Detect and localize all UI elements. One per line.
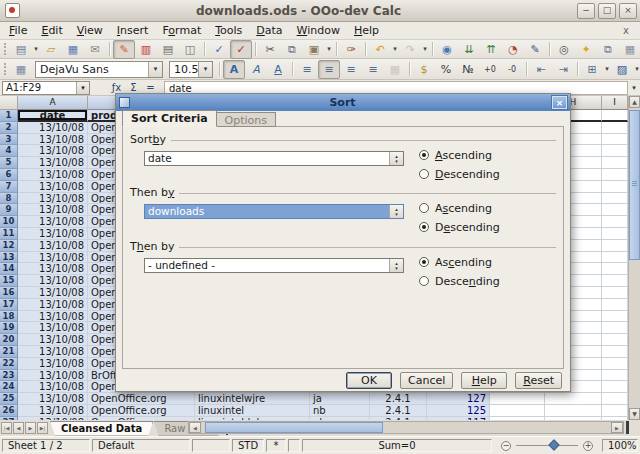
row-header-8[interactable]: 8 <box>0 193 18 205</box>
cell-a4[interactable]: 13/10/08 <box>18 145 88 157</box>
sort-by-descending-radio[interactable] <box>419 169 429 179</box>
cell-i24[interactable] <box>602 381 628 393</box>
close-document-button[interactable]: x <box>614 25 638 36</box>
row-header-6[interactable]: 6 <box>0 169 18 181</box>
cell-i13[interactable] <box>602 252 628 264</box>
row-header-12[interactable]: 12 <box>0 240 18 252</box>
cell-f25[interactable]: 127 <box>427 393 490 405</box>
format-paintbrush-button[interactable]: ✑ <box>340 40 362 59</box>
row-header-13[interactable]: 13 <box>0 252 18 264</box>
cell-i8[interactable] <box>602 193 628 205</box>
cell-i2[interactable] <box>602 122 628 134</box>
row-header-21[interactable]: 21 <box>0 346 18 358</box>
find-replace-button[interactable]: ◎ <box>553 40 575 59</box>
cell-a23[interactable]: 13/10/08 <box>18 370 88 382</box>
cell-i16[interactable] <box>602 287 628 299</box>
cell-i14[interactable] <box>602 263 628 275</box>
sort-by-spinner-icon[interactable]: ▴▾ <box>389 152 403 165</box>
row-header-20[interactable]: 20 <box>0 334 18 346</box>
cell-a15[interactable]: 13/10/08 <box>18 275 88 287</box>
styles-and-formatting-button[interactable]: ⧉ <box>597 40 619 59</box>
name-box-dropdown[interactable]: ▾ <box>76 82 89 94</box>
add-decimal-button[interactable]: +0 <box>479 60 501 79</box>
menu-view[interactable]: View <box>70 23 110 38</box>
cell-f26[interactable]: 125 <box>427 405 490 417</box>
cell-b26[interactable]: OpenOffice.org <box>88 405 195 417</box>
print-button[interactable]: ▤ <box>157 40 179 59</box>
scroll-up-icon[interactable]: ▲ <box>629 96 640 108</box>
font-name-value[interactable]: DejaVu Sans <box>36 63 148 76</box>
then-by-2-spinner-icon[interactable]: ▴▾ <box>389 259 403 272</box>
sum-icon[interactable]: Σ <box>125 82 142 93</box>
cell-a21[interactable]: 13/10/08 <box>18 346 88 358</box>
font-size-value[interactable]: 10.5 <box>170 63 198 76</box>
cell-i21[interactable] <box>602 346 628 358</box>
cell-c26[interactable]: linuxintel <box>195 405 310 417</box>
ok-button[interactable]: OK <box>346 372 392 389</box>
row-header-4[interactable]: 4 <box>0 145 18 157</box>
decrease-indent-button[interactable]: ⇤ <box>530 60 552 79</box>
cell-a11[interactable]: 13/10/08 <box>18 228 88 240</box>
redo-dropdown-icon[interactable]: ▾ <box>421 45 429 53</box>
scroll-left-icon[interactable]: ◀ <box>189 422 201 433</box>
cell-i18[interactable] <box>602 311 628 323</box>
align-center-button[interactable]: ≡ <box>318 60 340 79</box>
menu-insert[interactable]: Insert <box>110 23 156 38</box>
styles-window-button[interactable]: ▦ <box>10 60 32 79</box>
row-header-5[interactable]: 5 <box>0 157 18 169</box>
next-sheet-button[interactable]: ▶ <box>25 422 36 434</box>
row-header-17[interactable]: 17 <box>0 299 18 311</box>
delete-decimal-button[interactable]: -0 <box>501 60 523 79</box>
cell-h25[interactable] <box>545 393 602 405</box>
minimize-button[interactable]: − <box>577 3 595 19</box>
cell-i3[interactable] <box>602 134 628 146</box>
cell-a25[interactable]: 13/10/08 <box>18 393 88 405</box>
menu-help[interactable]: Help <box>347 23 386 38</box>
row-header-3[interactable]: 3 <box>0 134 18 146</box>
zoom-in-icon[interactable]: + <box>583 441 593 451</box>
then-by-1-value[interactable]: downloads <box>145 205 389 218</box>
cell-i10[interactable] <box>602 216 628 228</box>
edit-file-button[interactable]: ✎ <box>113 40 135 59</box>
menu-window[interactable]: Window <box>290 23 347 38</box>
percent-button[interactable]: % <box>435 60 457 79</box>
cell-a7[interactable]: 13/10/08 <box>18 181 88 193</box>
row-header-23[interactable]: 23 <box>0 370 18 382</box>
cell-a24[interactable]: 13/10/08 <box>18 381 88 393</box>
previous-sheet-button[interactable]: ◀ <box>13 422 24 434</box>
menu-file[interactable]: File <box>2 23 34 38</box>
cell-a16[interactable]: 13/10/08 <box>18 287 88 299</box>
sort-dialog-titlebar[interactable]: Sort × <box>116 94 570 111</box>
grid-corner[interactable] <box>0 96 18 110</box>
cell-a1[interactable]: date <box>18 110 88 122</box>
function-wizard-icon[interactable]: ƒx <box>108 82 125 93</box>
gallery-button[interactable]: ▦ <box>619 40 640 59</box>
new-document-button[interactable]: ▤ <box>10 40 32 59</box>
cell-a6[interactable]: 13/10/08 <box>18 169 88 181</box>
menu-edit[interactable]: Edit <box>34 23 69 38</box>
cell-g26[interactable] <box>490 405 545 417</box>
horizontal-scrollbar[interactable]: ◀ ▶ <box>188 421 624 434</box>
then-by-1-ascending-radio[interactable] <box>419 203 429 213</box>
row-header-11[interactable]: 11 <box>0 228 18 240</box>
copy-button[interactable]: ⧉ <box>281 40 303 59</box>
cell-a18[interactable]: 13/10/08 <box>18 311 88 323</box>
then-by-1-descending-radio[interactable] <box>419 222 429 232</box>
cell-e26[interactable]: 2.4.1 <box>370 405 427 417</box>
cell-a22[interactable]: 13/10/08 <box>18 358 88 370</box>
row-header-7[interactable]: 7 <box>0 181 18 193</box>
background-color-dropdown-icon[interactable]: ▾ <box>633 65 640 73</box>
menu-data[interactable]: Data <box>249 23 289 38</box>
cell-i25[interactable] <box>602 393 628 405</box>
dialog-tab-options[interactable]: Options <box>217 112 276 127</box>
save-button[interactable]: ▦ <box>62 40 84 59</box>
row-header-18[interactable]: 18 <box>0 311 18 323</box>
zoom-slider-thumb[interactable] <box>548 439 559 450</box>
cell-i22[interactable] <box>602 358 628 370</box>
cell-a26[interactable]: 13/10/08 <box>18 405 88 417</box>
cell-e25[interactable]: 2.4.1 <box>370 393 427 405</box>
sort-by-ascending-radio[interactable] <box>419 150 429 160</box>
cell-g25[interactable] <box>490 393 545 405</box>
zoom-level[interactable]: 100% <box>602 439 638 452</box>
row-header-1[interactable]: 1 <box>0 110 18 122</box>
